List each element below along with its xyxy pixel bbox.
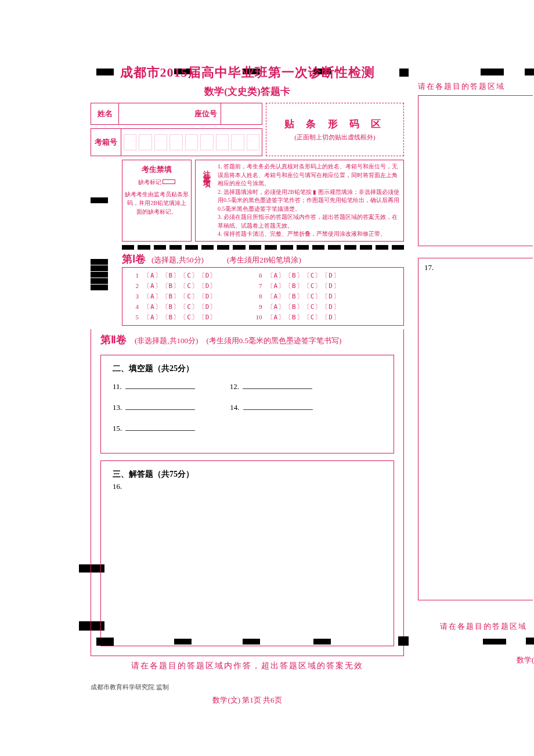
- align-mark: [398, 636, 409, 646]
- fill-num: 11.: [113, 382, 122, 391]
- align-mark: [96, 638, 114, 646]
- mc-col-left: 1〔A〕〔B〕〔C〕〔D〕 2〔A〕〔B〕〔C〕〔D〕 3〔A〕〔B〕〔C〕〔D…: [128, 271, 217, 322]
- fill-title: 二、填空题（共25分）: [113, 363, 382, 374]
- section2-wrap: 第Ⅱ卷 (非选择题,共100分) (考生须用0.5毫米的黑色墨迹签字笔书写) 二…: [91, 329, 404, 656]
- align-mark: [174, 639, 192, 645]
- mc-num: 10: [252, 314, 262, 321]
- section1-label: 第Ⅰ卷: [122, 253, 146, 265]
- mc-num: 3: [128, 293, 139, 300]
- right-partial-page: 请在各题目的答题区域 17.: [418, 81, 534, 600]
- mc-row[interactable]: 5〔A〕〔B〕〔C〕〔D〕: [128, 313, 217, 322]
- boundary-note: 请在各题目的答题区域内作答，超出答题区域的答案无效: [91, 661, 404, 671]
- section1-hint: (考生须用2B铅笔填涂): [227, 255, 301, 265]
- mc-opts[interactable]: 〔A〕〔B〕〔C〕〔D〕: [143, 303, 217, 311]
- q16-label: 16.: [113, 482, 382, 491]
- answer-box-16[interactable]: 三、解答题（共75分） 16.: [100, 460, 394, 646]
- section1-header: 第Ⅰ卷 (选择题,共50分) (考生须用2B铅笔填涂): [91, 252, 404, 266]
- mc-opts[interactable]: 〔A〕〔B〕〔C〕〔D〕: [143, 313, 217, 322]
- mc-num: 5: [128, 314, 139, 321]
- mc-row[interactable]: 4〔A〕〔B〕〔C〕〔D〕: [128, 303, 217, 311]
- footer-credit: 成都市教育科学研究院 监制: [91, 683, 404, 692]
- mc-num: 2: [128, 282, 139, 289]
- fill-item-12[interactable]: 12.: [230, 382, 312, 391]
- barcode-zone: 贴 条 形 码 区 (正面朝上切勿贴出虚线框外): [266, 103, 404, 156]
- mc-row[interactable]: 7〔A〕〔B〕〔C〕〔D〕: [252, 282, 341, 290]
- fill-num: 12.: [230, 382, 239, 391]
- right-footer: 数学(: [517, 655, 534, 665]
- q17-label: 17.: [424, 263, 434, 272]
- align-mark: [525, 69, 534, 75]
- notes-item: 2. 选择题填涂时，必须使用2B铅笔按 ▮ 图示规范填涂；非选择题必须使用0.5…: [218, 188, 400, 214]
- right-box-blank[interactable]: [418, 95, 533, 246]
- mc-opts[interactable]: 〔A〕〔B〕〔C〕〔D〕: [143, 271, 217, 280]
- multiple-choice-box: 1〔A〕〔B〕〔C〕〔D〕 2〔A〕〔B〕〔C〕〔D〕 3〔A〕〔B〕〔C〕〔D…: [122, 267, 404, 326]
- mc-row[interactable]: 3〔A〕〔B〕〔C〕〔D〕: [128, 292, 217, 301]
- mc-opts[interactable]: 〔A〕〔B〕〔C〕〔D〕: [143, 282, 217, 290]
- name-label: 姓名: [91, 103, 119, 124]
- right-bottom-note: 请在各题目的答题区域: [440, 621, 527, 632]
- mc-num: 8: [252, 293, 262, 300]
- align-mark: [481, 69, 504, 75]
- section2-hint: (考生须用0.5毫米的黑色墨迹签字笔书写): [206, 336, 341, 346]
- mc-opts[interactable]: 〔A〕〔B〕〔C〕〔D〕: [267, 282, 341, 290]
- align-mark: [483, 639, 506, 645]
- name-field[interactable]: [119, 103, 191, 124]
- fill-item-15[interactable]: 15.: [113, 424, 195, 433]
- section2-desc: (非选择题,共100分): [135, 336, 198, 346]
- mc-opts[interactable]: 〔A〕〔B〕〔C〕〔D〕: [267, 271, 341, 280]
- notes-item: 3. 必须在题目所指示的答题区域内作答，超出答题区域的答案无效，在草稿纸、试题卷…: [218, 213, 400, 230]
- fill-item-13[interactable]: 13.: [113, 403, 195, 412]
- mc-num: 9: [252, 303, 262, 310]
- mc-num: 7: [252, 282, 262, 289]
- right-top-note: 请在各题目的答题区域: [418, 81, 534, 92]
- mc-opts[interactable]: 〔A〕〔B〕〔C〕〔D〕: [267, 313, 341, 322]
- right-box-q17[interactable]: 17.: [418, 258, 533, 600]
- footer-page: 数学(文) 第1页 共6页: [91, 695, 404, 705]
- align-mark: [313, 639, 331, 645]
- notes-box: 注意事项 1. 答题前，考生务必先认真核对条形码上的姓名、考箱号和座位号，无误后…: [195, 160, 404, 242]
- mc-row[interactable]: 10〔A〕〔B〕〔C〕〔D〕: [252, 313, 341, 322]
- name-seat-box: 姓名 座位号: [91, 103, 262, 125]
- align-mark: [526, 638, 534, 645]
- align-mark: [243, 639, 260, 645]
- rules-row: 考生禁填 缺考标记 缺考考生由监考员贴条形码，并用2B铅笔填涂上面的缺考标记。 …: [122, 160, 404, 242]
- title-sub: 数学(文史类)答题卡: [91, 85, 404, 98]
- mc-row[interactable]: 6〔A〕〔B〕〔C〕〔D〕: [252, 271, 341, 280]
- forbid-mark-label: 缺考标记: [138, 179, 161, 185]
- mc-num: 6: [252, 272, 262, 279]
- barcode-note: (正面朝上切勿贴出虚线框外): [294, 133, 375, 142]
- answer-title: 三、解答题（共75分）: [113, 469, 382, 480]
- notes-item: 1. 答题前，考生务必先认真核对条形码上的姓名、考箱号和座位号，无误后将本人姓名…: [218, 163, 400, 188]
- forbid-note: 缺考考生由监考员贴条形码，并用2B铅笔填涂上面的缺考标记。: [125, 190, 189, 216]
- forbid-mark-row: 缺考标记: [125, 178, 189, 186]
- barcode-title: 贴 条 形 码 区: [284, 117, 385, 131]
- forbid-box: 考生禁填 缺考标记 缺考考生由监考员贴条形码，并用2B铅笔填涂上面的缺考标记。: [122, 160, 192, 242]
- mc-opts[interactable]: 〔A〕〔B〕〔C〕〔D〕: [143, 292, 217, 301]
- exambox-cells[interactable]: [121, 129, 262, 156]
- seat-field[interactable]: [221, 103, 262, 124]
- mc-col-right: 6〔A〕〔B〕〔C〕〔D〕 7〔A〕〔B〕〔C〕〔D〕 8〔A〕〔B〕〔C〕〔D…: [252, 271, 341, 322]
- mc-row[interactable]: 1〔A〕〔B〕〔C〕〔D〕: [128, 271, 217, 280]
- section2-label: 第Ⅱ卷: [100, 333, 127, 347]
- forbid-title: 考生禁填: [125, 164, 189, 175]
- exambox-row: 考箱号: [91, 128, 262, 156]
- section2-header: 第Ⅱ卷 (非选择题,共100分) (考生须用0.5毫米的黑色墨迹签字笔书写): [100, 329, 394, 349]
- fill-num: 13.: [113, 403, 122, 412]
- info-row: 姓名 座位号 考箱号 贴 条 形 码 区 (正面朝上切勿贴出虚线框外): [91, 103, 404, 156]
- mc-row[interactable]: 2〔A〕〔B〕〔C〕〔D〕: [128, 282, 217, 290]
- notes-item: 4. 保持答题卡清洁、完整、严禁折叠，严禁使用涂改液和修正带。: [218, 230, 400, 239]
- exambox-label: 考箱号: [91, 129, 121, 156]
- fill-item-11[interactable]: 11.: [113, 382, 195, 391]
- mc-row[interactable]: 8〔A〕〔B〕〔C〕〔D〕: [252, 292, 341, 301]
- fill-num: 14.: [230, 403, 239, 412]
- mc-opts[interactable]: 〔A〕〔B〕〔C〕〔D〕: [267, 303, 341, 311]
- mc-row[interactable]: 9〔A〕〔B〕〔C〕〔D〕: [252, 303, 341, 311]
- title-main: 成都市2015届高中毕业班第一次诊断性检测: [91, 64, 404, 81]
- mc-opts[interactable]: 〔A〕〔B〕〔C〕〔D〕: [267, 292, 341, 301]
- notes-header: 注意事项: [199, 163, 214, 239]
- fill-item-14[interactable]: 14.: [230, 403, 312, 412]
- answer-sheet-page: 成都市2015届高中毕业班第一次诊断性检测 数学(文史类)答题卡 姓名 座位号 …: [0, 0, 534, 756]
- fill-num: 15.: [113, 424, 122, 433]
- mc-num: 1: [128, 272, 139, 279]
- absent-mark-box[interactable]: [163, 179, 175, 184]
